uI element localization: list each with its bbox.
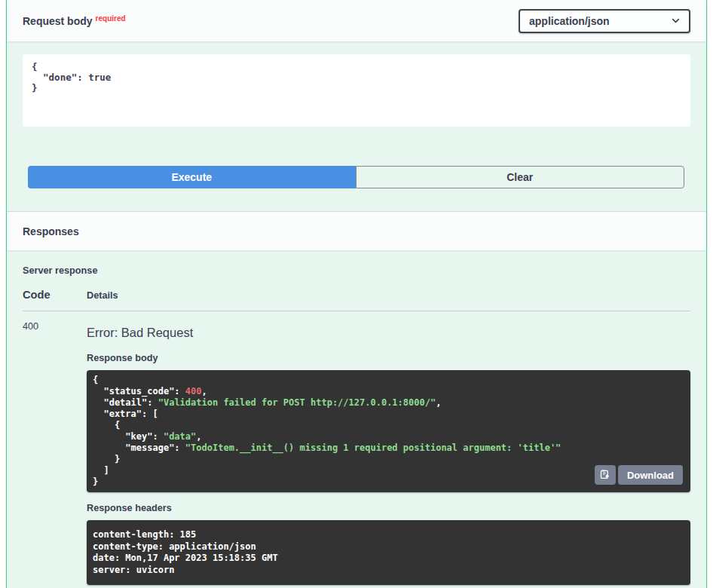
- header-line: content-length: 185: [93, 529, 684, 541]
- clear-button[interactable]: Clear: [356, 166, 685, 188]
- response-table-header: Code Details: [23, 289, 690, 311]
- code-line: "key": "data",: [93, 431, 684, 443]
- response-details: Error: Bad Request Response body { "stat…: [87, 321, 690, 585]
- code-line: "message": "TodoItem.__init__() missing …: [93, 443, 684, 454]
- code-column-header: Code: [23, 289, 87, 301]
- post-operation-panel: Request bodyrequired application/json { …: [6, 0, 707, 588]
- code-line: "status_code": 400,: [93, 386, 684, 397]
- header-line: server: uvicorn: [93, 565, 684, 577]
- content-type-select[interactable]: application/json: [519, 9, 690, 33]
- response-row-400: 400 Error: Bad Request Response body { "…: [23, 311, 690, 585]
- status-code: 400: [23, 321, 87, 585]
- response-body-code: { "status_code": 400, "detail": "Validat…: [87, 370, 690, 492]
- code-line: {: [93, 375, 684, 386]
- responses-title: Responses: [23, 225, 79, 237]
- responses-header: Responses: [7, 211, 706, 250]
- response-body-title: Response body: [87, 353, 690, 363]
- response-description: Error: Bad Request: [87, 326, 690, 340]
- details-column-header: Details: [87, 290, 118, 301]
- code-line: "detail": "Validation failed for POST ht…: [93, 397, 684, 409]
- request-body-editor[interactable]: { "done": true }: [23, 54, 690, 127]
- header-line: content-type: application/json: [93, 541, 684, 553]
- code-line: {: [93, 420, 684, 431]
- response-headers-code: content-length: 185content-type: applica…: [87, 520, 690, 585]
- code-line: "extra": [: [93, 409, 684, 420]
- request-body-title-wrap: Request bodyrequired: [23, 14, 123, 28]
- server-response-title: Server response: [23, 265, 690, 276]
- copy-button[interactable]: [595, 465, 616, 485]
- code-line: }: [93, 454, 684, 465]
- clipboard-copy-icon: [599, 468, 610, 482]
- response-headers-title: Response headers: [87, 503, 690, 513]
- responses-content: Server response Code Details 400 Error: …: [7, 250, 706, 585]
- execute-wrapper: Execute Clear: [28, 166, 684, 188]
- request-body-header: Request bodyrequired application/json: [7, 0, 706, 41]
- response-body-actions: Download: [595, 465, 683, 485]
- content-type-value: application/json: [529, 15, 610, 27]
- header-line: date: Mon,17 Apr 2023 15:18:35 GMT: [93, 553, 684, 565]
- download-button[interactable]: Download: [618, 465, 683, 485]
- request-body-title: Request body: [23, 15, 93, 27]
- required-badge: required: [96, 14, 126, 23]
- chevron-down-icon: [670, 15, 681, 26]
- execute-button[interactable]: Execute: [28, 166, 356, 188]
